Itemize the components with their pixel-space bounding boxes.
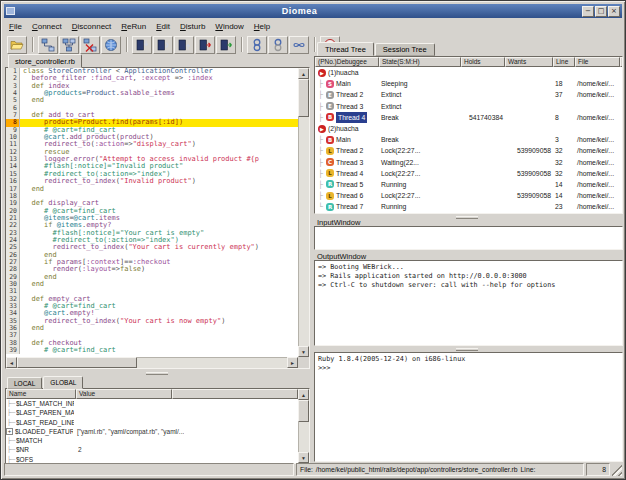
scroll-up-icon[interactable]: ▲ bbox=[298, 68, 309, 79]
editor-hscroll-thumb[interactable] bbox=[17, 357, 137, 368]
thread-holds bbox=[461, 157, 505, 168]
variables-scroll-thumb[interactable] bbox=[298, 400, 309, 422]
editor-horizontal-scrollbar[interactable]: ◄ ► bbox=[6, 357, 298, 368]
variable-row[interactable]: ├─$OFS bbox=[6, 455, 298, 463]
thread-row[interactable]: ├BMainBreak3/home/kei/... bbox=[315, 134, 622, 145]
thread-row[interactable]: ├LThread 2Lock(22:27...53990905832/home/… bbox=[315, 145, 622, 156]
editor-vertical-scrollbar[interactable]: ▲ ▼ bbox=[298, 68, 309, 357]
menu-edit[interactable]: Edit bbox=[151, 21, 175, 32]
web-connect-button[interactable] bbox=[101, 36, 121, 54]
variable-row[interactable]: +$LOADED_FEATURES["yaml.rb", "yaml/compa… bbox=[6, 427, 298, 436]
line-number-gutter[interactable]: 39 bbox=[6, 347, 20, 354]
interrupt-button[interactable] bbox=[195, 36, 215, 54]
scroll-down-icon[interactable]: ▼ bbox=[298, 346, 309, 357]
variable-row[interactable]: ├─$LAST_READ_LINE bbox=[6, 418, 298, 427]
thread-row[interactable]: └RThread 7Running23/home/kei/... bbox=[315, 201, 622, 212]
variable-row[interactable]: ├─$MATCH bbox=[6, 436, 298, 445]
variables-column-value[interactable]: Value bbox=[76, 389, 172, 399]
connect-button[interactable] bbox=[38, 36, 58, 54]
column-header-pnodebuggee[interactable]: (PNo.)Debuggee bbox=[315, 57, 379, 67]
debuggee-group-row[interactable]: ▶(1)huacha bbox=[315, 67, 622, 78]
thread-state-icon: L bbox=[326, 192, 334, 200]
variable-value bbox=[74, 399, 78, 408]
thread-row[interactable]: ├EThread 2Extinct37/home/kei/... bbox=[315, 89, 622, 100]
variable-name: $MATCH bbox=[16, 436, 74, 445]
resume-button[interactable] bbox=[216, 36, 236, 54]
debuggee-group-row[interactable]: ▶(2)huacha bbox=[315, 123, 622, 134]
thread-wants bbox=[505, 157, 553, 168]
output-window[interactable]: => Booting WEBrick... => Rails applicati… bbox=[314, 260, 623, 346]
scroll-down-icon[interactable]: ▼ bbox=[298, 452, 309, 463]
thread-state: Extinct bbox=[379, 89, 461, 100]
step-into-button[interactable] bbox=[132, 36, 152, 54]
toolbar-separator bbox=[241, 37, 243, 52]
scroll-right-icon[interactable]: ► bbox=[287, 357, 298, 368]
menu-rerun[interactable]: ReRun bbox=[116, 21, 151, 32]
column-header-file[interactable]: File bbox=[575, 57, 620, 67]
step-over-button[interactable] bbox=[153, 36, 173, 54]
variable-row[interactable]: ├─$LAST_PAREN_MATCH bbox=[6, 408, 298, 417]
run-infinite-button[interactable] bbox=[289, 36, 309, 54]
variables-scrollbar[interactable]: ▲ ▼ bbox=[298, 389, 309, 463]
scroll-left-icon[interactable]: ◄ bbox=[6, 357, 17, 368]
input-window[interactable] bbox=[314, 226, 623, 250]
thread-tree-table[interactable]: (PNo.)DebuggeeState(S:M:H)HoldsWantsLine… bbox=[314, 56, 623, 214]
reconnect-button[interactable] bbox=[59, 36, 79, 54]
thread-state: Running bbox=[379, 201, 461, 212]
tab-thread-tree[interactable]: Thread Tree bbox=[317, 42, 374, 56]
close-button[interactable]: × bbox=[608, 6, 620, 17]
thread-row[interactable]: ├EThread 3Extinct bbox=[315, 101, 622, 112]
ruby-console[interactable]: Ruby 1.8.4(2005-12-24) on i686-linux >>> bbox=[314, 352, 623, 462]
tab-global[interactable]: GLOBAL bbox=[43, 376, 83, 389]
thread-state-icon: B bbox=[326, 136, 334, 144]
tab-local[interactable]: LOCAL bbox=[7, 377, 42, 389]
disconnect-button[interactable] bbox=[80, 36, 100, 54]
thread-row[interactable]: ├SMainSleeping18/home/kei/... bbox=[315, 78, 622, 89]
title-bar[interactable]: Diomea − □ × bbox=[4, 4, 622, 18]
thread-row[interactable]: ├LThread 6Lock(22:27...53990905814/home/… bbox=[315, 190, 622, 201]
resize-grip[interactable] bbox=[612, 463, 622, 476]
variables-table[interactable]: NameValue ├─$LAST_MATCH_INFO├─$LAST_PARE… bbox=[5, 388, 310, 464]
code-area[interactable]: 1class StoreController < ApplicationCont… bbox=[6, 68, 298, 357]
splitter-grip[interactable] bbox=[456, 216, 478, 219]
column-header-line[interactable]: Line bbox=[553, 57, 575, 67]
editor-vscroll-thumb[interactable] bbox=[298, 79, 309, 117]
menu-disturb[interactable]: Disturb bbox=[175, 21, 210, 32]
tab-session-tree[interactable]: Session Tree bbox=[375, 43, 435, 56]
thread-unsync-button[interactable] bbox=[268, 36, 288, 54]
column-header-wants[interactable]: Wants bbox=[505, 57, 553, 67]
splitter-grip[interactable] bbox=[456, 348, 478, 351]
menu-help[interactable]: Help bbox=[249, 21, 275, 32]
thread-state: Extinct bbox=[379, 101, 461, 112]
open-file-button[interactable] bbox=[7, 36, 27, 54]
thread-name: Thread 4 bbox=[336, 112, 367, 123]
thread-table-header: (PNo.)DebuggeeState(S:M:H)HoldsWantsLine… bbox=[315, 57, 622, 67]
thread-sync-button[interactable] bbox=[247, 36, 267, 54]
expand-icon[interactable]: + bbox=[6, 428, 13, 435]
splitter-grip[interactable] bbox=[146, 372, 168, 375]
menu-window[interactable]: Window bbox=[210, 21, 248, 32]
thread-row[interactable]: ├RThread 5Running14/home/kei/... bbox=[315, 179, 622, 190]
code-line-17: 17 end bbox=[6, 186, 298, 193]
variables-column-name[interactable]: Name bbox=[6, 389, 76, 399]
step-return-button[interactable] bbox=[174, 36, 194, 54]
thread-state-icon: B bbox=[326, 113, 334, 121]
editor-tab-store-controller[interactable]: store_controller.rb bbox=[8, 54, 82, 68]
column-header-statesmh[interactable]: State(S:M:H) bbox=[379, 57, 461, 67]
column-header-holds[interactable]: Holds bbox=[461, 57, 505, 67]
thread-row[interactable]: ├LThread 4Lock(22:27...53990905832/home/… bbox=[315, 168, 622, 179]
menu-connect[interactable]: Connect bbox=[27, 21, 67, 32]
menu-disconnect[interactable]: Disconnect bbox=[67, 21, 117, 32]
minimize-button[interactable]: − bbox=[582, 6, 594, 17]
variable-row[interactable]: ├─$NR2 bbox=[6, 445, 298, 454]
debuggee-icon: ▶ bbox=[318, 69, 326, 77]
thread-row[interactable]: ├BThread 4Break5417403848/home/kei/... bbox=[315, 112, 622, 123]
thread-panel-tabs: Thread Tree Session Tree bbox=[317, 42, 436, 56]
code-editor[interactable]: 1class StoreController < ApplicationCont… bbox=[5, 67, 310, 369]
thread-row[interactable]: ├CThread 3Waiting(22...32/home/kei/... bbox=[315, 157, 622, 168]
thread-line: 32 bbox=[553, 168, 575, 179]
variable-row[interactable]: ├─$LAST_MATCH_INFO bbox=[6, 399, 298, 408]
maximize-button[interactable]: □ bbox=[595, 6, 607, 17]
menu-file[interactable]: File bbox=[4, 21, 27, 32]
scroll-up-icon[interactable]: ▲ bbox=[298, 389, 309, 400]
